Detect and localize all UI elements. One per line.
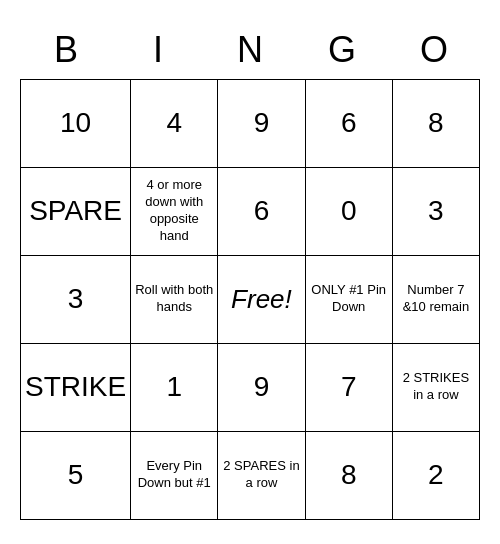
header-letter-n: N	[204, 25, 296, 79]
bingo-cell-r0-c3: 6	[306, 80, 393, 168]
bingo-cell-r4-c3: 8	[306, 432, 393, 520]
bingo-cell-r3-c0: STRIKE	[21, 344, 131, 432]
header-letter-o: O	[388, 25, 480, 79]
bingo-cell-r4-c1: Every Pin Down but #1	[131, 432, 218, 520]
bingo-cell-r0-c0: 10	[21, 80, 131, 168]
bingo-cell-r4-c4: 2	[393, 432, 480, 520]
bingo-cell-r1-c3: 0	[306, 168, 393, 256]
bingo-cell-r4-c0: 5	[21, 432, 131, 520]
bingo-cell-r2-c3: ONLY #1 Pin Down	[306, 256, 393, 344]
bingo-cell-r2-c4: Number 7 &10 remain	[393, 256, 480, 344]
bingo-cell-r1-c2: 6	[218, 168, 305, 256]
bingo-cell-r0-c4: 8	[393, 80, 480, 168]
bingo-cell-r0-c2: 9	[218, 80, 305, 168]
bingo-cell-r4-c2: 2 SPARES in a row	[218, 432, 305, 520]
header-letter-b: B	[20, 25, 112, 79]
bingo-cell-r2-c0: 3	[21, 256, 131, 344]
bingo-cell-r1-c4: 3	[393, 168, 480, 256]
bingo-cell-r2-c1: Roll with both hands	[131, 256, 218, 344]
bingo-cell-r2-c2: Free!	[218, 256, 305, 344]
bingo-cell-r3-c2: 9	[218, 344, 305, 432]
header-letter-i: I	[112, 25, 204, 79]
bingo-header: BINGO	[20, 25, 480, 79]
bingo-cell-r3-c4: 2 STRIKES in a row	[393, 344, 480, 432]
header-letter-g: G	[296, 25, 388, 79]
bingo-cell-r1-c1: 4 or more down with opposite hand	[131, 168, 218, 256]
bingo-cell-r3-c1: 1	[131, 344, 218, 432]
bingo-grid: 104968SPARE4 or more down with opposite …	[20, 79, 480, 520]
bingo-card: BINGO 104968SPARE4 or more down with opp…	[20, 25, 480, 520]
bingo-cell-r1-c0: SPARE	[21, 168, 131, 256]
bingo-cell-r3-c3: 7	[306, 344, 393, 432]
bingo-cell-r0-c1: 4	[131, 80, 218, 168]
